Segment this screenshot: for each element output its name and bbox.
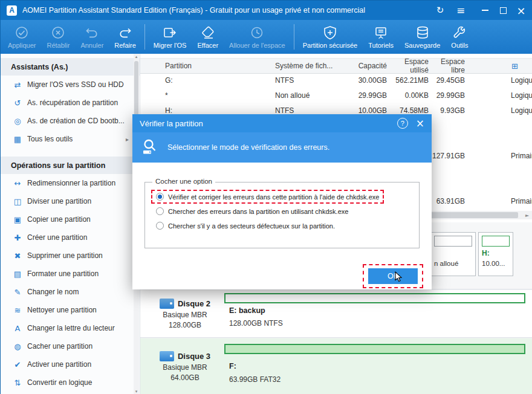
refresh-icon[interactable]: ↻ [431, 1, 449, 20]
tutorials-button[interactable]: Tutoriels [363, 21, 399, 53]
scroll-up-icon[interactable]: ▴ [134, 54, 139, 59]
column-header-filesystem[interactable]: Système de fich... [273, 62, 349, 70]
partition-info: 128.00GB NTFS [229, 319, 283, 328]
sidebar-item-migrate-os[interactable]: ⇄ Migrer l'OS vers SSD ou HDD [1, 76, 140, 94]
split-partition-icon: ◫ [13, 197, 22, 206]
column-header-capacity[interactable]: Capacité [349, 62, 389, 70]
shield-plus-icon [323, 25, 337, 40]
secure-partition-button[interactable]: Partition sécurisée [297, 21, 363, 53]
sidebar-item-all-tools[interactable]: ▦ Tous les outils ▸ [1, 130, 140, 148]
maximize-button[interactable] [494, 1, 512, 20]
sidebar-item-split[interactable]: ◫ Diviser une partition [1, 192, 140, 210]
sidebar-item-hide[interactable]: ◍ Cacher une partition [1, 337, 140, 355]
table-row[interactable]: * Non alloué 29.99GB 0.00KB 29.99GB Logi… [140, 88, 532, 103]
redo-arrow-icon [118, 25, 132, 40]
copy-partition-icon: ▣ [13, 215, 22, 224]
toolbar: Appliquer Rétablir Annuler Refaire Migre… [1, 20, 532, 54]
option-groupbox: Cocher une option Vérifier et corriger l… [144, 182, 420, 248]
sidebar-item-delete[interactable]: ✖ Supprimer une partition [1, 247, 140, 265]
disk-panel-3[interactable]: Disque 3 Basique MBR 64.00GB F: 63.99GB … [140, 338, 532, 394]
app-window: A AOMEI Partition Assistant Standard Edi… [0, 0, 532, 394]
column-header-free-space[interactable]: Espace libre [430, 57, 467, 74]
sidebar-item-format[interactable]: ▤ Formater une partition [1, 265, 140, 283]
sidebar-section-wizards: Assistants (As.) [1, 58, 140, 76]
redo-button[interactable]: Refaire [109, 21, 141, 53]
tools-button[interactable]: Outils [446, 21, 473, 53]
sidebar-item-bootable-cd[interactable]: ◎ As. de création de CD bootb... [1, 112, 140, 130]
minimize-button[interactable] [476, 1, 494, 20]
radio-option-check-only[interactable]: Chercher des erreurs dans la partition e… [151, 204, 353, 218]
sidebar-item-resize[interactable]: ↔ Redimensionner la partition [1, 174, 140, 192]
radio-option-check-fix[interactable]: Vérifier et corriger les erreurs dans ce… [151, 190, 384, 204]
column-header-partition[interactable]: Partition [140, 62, 273, 70]
titlebar: A AOMEI Partition Assistant Standard Edi… [1, 1, 532, 20]
unallocated-usage-bar [434, 236, 472, 247]
sidebar-item-wipe[interactable]: ≋ Nettoyer une partition [1, 301, 140, 319]
sidebar-item-partition-recovery[interactable]: ↺ As. récupération de partition [1, 94, 140, 112]
bootable-cd-icon: ◎ [13, 117, 22, 126]
partition-usage-bar [482, 236, 510, 247]
drive-letter-icon: A [13, 324, 22, 333]
dialog-banner: Sélectionner le mode de vérification des… [132, 132, 432, 163]
chevron-right-icon: ▸ [126, 136, 129, 143]
sidebar: Assistants (As.) ⇄ Migrer l'OS vers SSD … [1, 54, 140, 394]
wipe-button[interactable]: Effacer [192, 21, 224, 53]
dialog-close-icon[interactable]: × [416, 118, 424, 129]
toolbar-separator [294, 24, 294, 50]
unallocated-block[interactable]: n alloué [430, 232, 476, 276]
ok-button[interactable]: OK [368, 268, 418, 284]
radio-button[interactable] [156, 207, 164, 215]
scroll-down-icon[interactable]: ▾ [134, 389, 139, 394]
eraser-icon [201, 25, 215, 40]
disk-icon [160, 299, 174, 309]
radio-button[interactable] [156, 193, 164, 201]
partition-bar-f[interactable] [224, 344, 525, 354]
menu-icon[interactable]: ≡ [452, 1, 470, 20]
radio-button[interactable] [156, 222, 164, 230]
column-header-used-space[interactable]: Espace utilisé [389, 57, 430, 74]
dialog-title: Vérifier la partition [140, 119, 203, 128]
view-switch-icon[interactable]: ⊞ [511, 62, 518, 71]
sidebar-item-change-letter[interactable]: A Changer la lettre du lecteur [1, 319, 140, 337]
partition-label: F: [229, 362, 236, 370]
groupbox-label: Cocher une option [152, 178, 215, 185]
migrate-os-button[interactable]: Migrer l'OS [148, 21, 192, 53]
magnifier-disk-icon [141, 138, 159, 158]
sidebar-item-activate[interactable]: ✔ Activer une partition [1, 355, 140, 373]
partition-table-header: Partition Système de fich... Capacité Es… [140, 58, 532, 74]
migrate-os-icon [163, 25, 177, 40]
disk-info: Disque 3 Basique MBR 64.00GB [145, 338, 225, 394]
partition-label: E: backup [229, 306, 265, 315]
partition-info: 63.99GB FAT32 [229, 375, 281, 384]
apply-button[interactable]: Appliquer [2, 21, 41, 53]
close-button[interactable]: × [512, 1, 530, 20]
partition-bar-e[interactable] [224, 293, 525, 303]
help-icon[interactable]: ? [397, 118, 408, 129]
undo-button[interactable]: Annuler [75, 21, 109, 53]
disk-panel-2[interactable]: Disque 2 Basique MBR 128.00GB E: backup … [140, 290, 532, 338]
maximize-icon [500, 7, 507, 14]
create-partition-icon: ✚ [13, 233, 22, 242]
resize-icon: ↔ [13, 179, 22, 188]
table-row[interactable]: G: NTFS 30.00GB 562.21MB 29.45GB Logiqu [140, 73, 532, 88]
dialog-titlebar: Vérifier la partition ? × [132, 114, 432, 132]
partition-block-h[interactable]: H: 10.00... [478, 232, 513, 276]
radio-option-bad-sectors[interactable]: Chercher s'il y a des secteurs défectueu… [151, 219, 340, 233]
migrate-os-ssd-icon: ⇄ [13, 80, 22, 89]
sidebar-item-create[interactable]: ✚ Créer une partition [1, 228, 140, 247]
rename-icon: ✎ [13, 288, 22, 297]
scroll-right-icon[interactable]: ► [523, 211, 531, 219]
discard-button[interactable]: Rétablir [41, 21, 75, 53]
tutorial-board-icon [374, 25, 388, 40]
toolbar-separator [144, 24, 145, 50]
disk-info: Disque 2 Basique MBR 128.00GB [145, 290, 225, 337]
allocate-space-button[interactable]: Allouer de l'espace [224, 21, 291, 53]
backup-button[interactable]: Sauvegarde [399, 21, 446, 53]
partition-recovery-icon: ↺ [13, 98, 22, 108]
dialog-subtitle: Sélectionner le mode de vérification des… [167, 143, 329, 152]
dialog-body: Cocher une option Vérifier et corriger l… [132, 163, 432, 289]
delete-partition-icon: ✖ [13, 251, 22, 260]
sidebar-item-copy[interactable]: ▣ Copier une partition [1, 210, 140, 228]
sidebar-item-convert-logical[interactable]: ⇅ Convertir en logique [1, 373, 140, 392]
sidebar-item-rename[interactable]: ✎ Changer le nom [1, 283, 140, 301]
